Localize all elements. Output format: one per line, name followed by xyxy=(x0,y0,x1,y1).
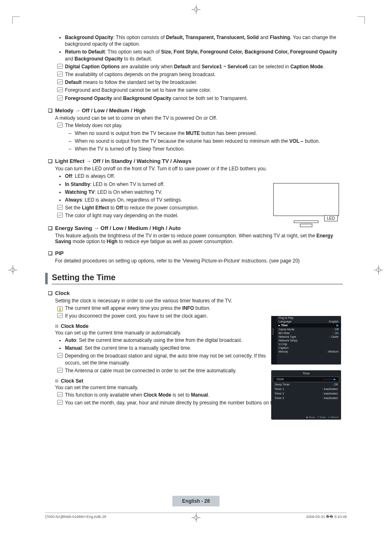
list-item: When no sound is output from the TV beca… xyxy=(65,138,343,144)
grey-square-icon xyxy=(55,325,58,328)
osd-row: Plug & Play xyxy=(271,316,341,320)
bullet-icon xyxy=(59,345,61,351)
section-title: Setting the Time xyxy=(52,273,343,284)
osd-row: Caption xyxy=(271,346,341,350)
heading-pip: PIP xyxy=(45,250,343,256)
clock-desc: Setting the clock is necessary in order … xyxy=(55,298,269,304)
clock-hand-note: ✋The current time will appear every time… xyxy=(55,305,343,311)
osd-setup-menu: Setup Plug & PlayLanguage: English▸ Time… xyxy=(271,316,341,365)
list-item: Return to Default: This option sets each… xyxy=(55,49,343,62)
list-item: When the TV is turned off by Sleep Timer… xyxy=(65,146,343,152)
osd-foot-hint: ↩ Return xyxy=(328,416,339,418)
top-bullet-list: Background Opacity: This option consists… xyxy=(55,34,343,62)
heading-light-effect: Light Effect → Off / In Standby / Watchi… xyxy=(45,158,343,164)
osd-time-title: Time xyxy=(271,370,341,376)
osd-row: Network Setup xyxy=(271,339,341,342)
list-item: Off: LED is always Off. xyxy=(55,173,343,179)
bullet-icon xyxy=(59,35,61,40)
print-footer: [7000-NA]BN68-01988H-Eng.indb 28 2009-03… xyxy=(45,513,347,519)
registration-mark-right xyxy=(374,265,383,274)
osd-row: Sleep Timer: Off xyxy=(271,382,341,387)
osd-row: Network Type: Cable xyxy=(271,335,341,339)
section-title-wrap: Setting the Time xyxy=(45,273,343,284)
top-note-list: Digital Caption Options are available on… xyxy=(55,63,343,102)
note-icon xyxy=(57,64,63,69)
note-icon xyxy=(57,95,63,100)
registration-mark-top xyxy=(191,5,201,14)
list-item: Default means to follow the standard set… xyxy=(55,79,343,86)
bullet-icon xyxy=(59,337,61,343)
tv-led-figure: LED xyxy=(271,181,341,230)
crop-mark-tr xyxy=(357,16,365,24)
osd-row: Clock: - - : - - ▶ xyxy=(273,376,339,382)
osd-row: Language: English xyxy=(271,320,341,323)
heading-clock: Clock xyxy=(45,290,343,296)
bullet-icon xyxy=(59,181,61,187)
osd-row: V-Chip xyxy=(271,342,341,346)
dash-icon xyxy=(69,146,71,152)
tv-base xyxy=(294,221,318,223)
tv-screen-outline xyxy=(273,183,339,216)
bullet-icon xyxy=(59,173,61,179)
light-effect-desc: You can turn the LED on/off on the front… xyxy=(55,166,269,172)
tv-led-label: LED xyxy=(324,215,338,221)
osd-foot-hint: ◆ Move xyxy=(306,416,315,418)
grey-square-icon xyxy=(55,379,58,383)
bullet-icon xyxy=(59,189,61,195)
dash-icon xyxy=(69,138,71,144)
hand-icon: ✋ xyxy=(57,306,63,311)
melody-note: The Melody does not play. xyxy=(55,122,343,129)
osd-row: BD Wise: On xyxy=(271,331,341,335)
registration-mark-left xyxy=(8,265,17,274)
print-footer-right: 2009-03-31 �� 8:10:48 xyxy=(306,515,347,519)
pip-desc: For detailed procedures on setting up op… xyxy=(55,258,343,264)
note-icon xyxy=(57,72,63,77)
bullet-icon xyxy=(59,197,61,203)
note-icon xyxy=(57,79,63,84)
melody-desc: A melody sound can be set to come on whe… xyxy=(55,115,343,121)
osd-row: Timer 3: Inactivated xyxy=(271,396,341,400)
energy-saving-desc: This feature adjusts the brightness of t… xyxy=(55,233,343,244)
bullet-icon xyxy=(59,49,61,55)
melody-dash-list: When no sound is output from the TV beca… xyxy=(65,130,343,153)
note-icon xyxy=(57,353,63,358)
dash-icon xyxy=(69,130,71,136)
osd-row: ▸ Time▶ xyxy=(271,323,341,327)
note-icon xyxy=(57,400,63,405)
section-title-bar xyxy=(45,273,48,284)
osd-footer-hints: ◆ Move⏎ Enter↩ Return xyxy=(306,416,339,418)
list-item: Foreground Opacity and Background Opacit… xyxy=(55,95,343,102)
note-icon xyxy=(57,213,63,218)
note-icon xyxy=(57,87,63,92)
note-icon xyxy=(57,368,63,373)
page-footer-label: English - 28 xyxy=(172,496,219,506)
list-item: Background Opacity: This option consists… xyxy=(55,34,343,47)
note-icon xyxy=(57,205,63,210)
osd-sidebar xyxy=(271,316,277,365)
list-item: Digital Caption Options are available on… xyxy=(55,63,343,70)
clock-mode-desc: You can set up the current time manually… xyxy=(55,330,269,336)
print-footer-left: [7000-NA]BN68-01988H-Eng.indb 28 xyxy=(45,515,106,519)
osd-time-menu: Time Clock: - - : - - ▶Sleep Timer: OffT… xyxy=(271,370,341,420)
osd-sidebar-label: Setup xyxy=(272,328,274,335)
note-icon xyxy=(57,392,63,397)
note-icon xyxy=(57,313,63,318)
osd-row: Timer 2: Inactivated xyxy=(271,391,341,396)
osd-foot-hint: ⏎ Enter xyxy=(317,416,326,418)
osd-row: Game Mode: Off xyxy=(271,327,341,331)
list-item: When no sound is output from the TV beca… xyxy=(65,130,343,137)
list-item: Foreground and Background cannot be set … xyxy=(55,87,343,93)
osd-row: Timer 1: Inactivated xyxy=(271,387,341,391)
crop-mark-tl xyxy=(12,16,20,24)
list-item: The availability of captions depends on … xyxy=(55,71,343,78)
heading-melody: Melody → Off / Low / Medium / High xyxy=(45,107,343,114)
note-icon xyxy=(57,123,63,128)
tv-stand xyxy=(300,224,312,227)
osd-row: Melody: Medium xyxy=(271,350,341,353)
